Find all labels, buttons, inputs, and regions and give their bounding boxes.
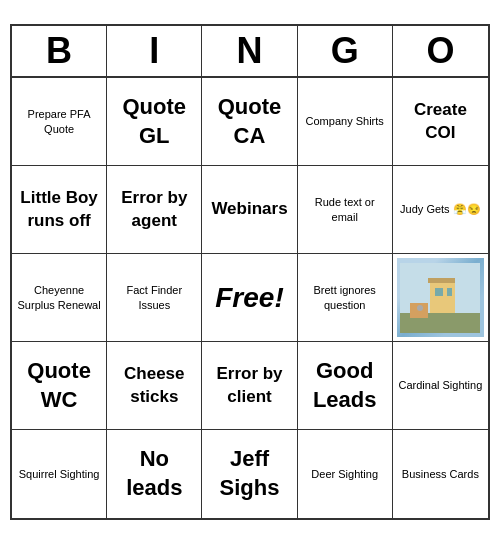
cell-text-16: Cheese sticks <box>111 363 197 407</box>
bingo-cell-13: Brett ignores question <box>298 254 393 342</box>
bingo-cell-0: Prepare PFA Quote <box>12 78 107 166</box>
bingo-cell-21: No leads <box>107 430 202 518</box>
bingo-cell-4: Create COI <box>393 78 488 166</box>
bingo-cell-19: Cardinal Sighting <box>393 342 488 430</box>
bingo-cell-6: Error by agent <box>107 166 202 254</box>
svg-point-7 <box>417 305 423 311</box>
cell-text-23: Deer Sighting <box>311 467 378 481</box>
header-letter-b: B <box>12 26 107 76</box>
bingo-cell-9: Judy Gets 😤😒 <box>393 166 488 254</box>
cell-text-6: Error by agent <box>111 187 197 231</box>
cell-text-0: Prepare PFA Quote <box>16 107 102 136</box>
bingo-cell-10: Cheyenne Surplus Renewal <box>12 254 107 342</box>
header-letter-n: N <box>202 26 297 76</box>
cell-text-18: Good Leads <box>302 357 388 414</box>
bingo-cell-11: Fact Finder Issues <box>107 254 202 342</box>
svg-rect-4 <box>447 288 452 296</box>
header-letter-g: G <box>298 26 393 76</box>
cell-text-9: Judy Gets 😤😒 <box>400 202 481 216</box>
bingo-cell-3: Company Shirts <box>298 78 393 166</box>
bingo-image <box>397 258 484 337</box>
bingo-cell-23: Deer Sighting <box>298 430 393 518</box>
cell-text-5: Little Boy runs off <box>16 187 102 231</box>
cell-text-11: Fact Finder Issues <box>111 283 197 312</box>
cell-text-10: Cheyenne Surplus Renewal <box>16 283 102 312</box>
cell-text-19: Cardinal Sighting <box>399 378 483 392</box>
header-letter-o: O <box>393 26 488 76</box>
bingo-cell-12: Free! <box>202 254 297 342</box>
bingo-cell-22: Jeff Sighs <box>202 430 297 518</box>
cell-text-17: Error by client <box>206 363 292 407</box>
bingo-cell-2: Quote CA <box>202 78 297 166</box>
cell-text-20: Squirrel Sighting <box>19 467 100 481</box>
free-space: Free! <box>215 282 283 314</box>
bingo-cell-20: Squirrel Sighting <box>12 430 107 518</box>
bingo-cell-24: Business Cards <box>393 430 488 518</box>
header-letter-i: I <box>107 26 202 76</box>
bingo-grid: Prepare PFA QuoteQuote GLQuote CACompany… <box>12 78 488 518</box>
bingo-cell-1: Quote GL <box>107 78 202 166</box>
cell-text-2: Quote CA <box>206 93 292 150</box>
bingo-cell-15: Quote WC <box>12 342 107 430</box>
bingo-cell-18: Good Leads <box>298 342 393 430</box>
bingo-cell-5: Little Boy runs off <box>12 166 107 254</box>
cell-text-4: Create COI <box>397 99 484 143</box>
cell-text-3: Company Shirts <box>306 114 384 128</box>
cell-text-13: Brett ignores question <box>302 283 388 312</box>
cell-text-15: Quote WC <box>16 357 102 414</box>
svg-marker-5 <box>428 278 455 283</box>
cell-text-8: Rude text or email <box>302 195 388 224</box>
bingo-cell-16: Cheese sticks <box>107 342 202 430</box>
svg-rect-2 <box>430 283 455 313</box>
svg-rect-3 <box>435 288 443 296</box>
bingo-card: BINGO Prepare PFA QuoteQuote GLQuote CAC… <box>10 24 490 520</box>
bingo-header: BINGO <box>12 26 488 78</box>
cell-text-7: Webinars <box>211 198 287 220</box>
bingo-cell-7: Webinars <box>202 166 297 254</box>
bingo-cell-14 <box>393 254 488 342</box>
cell-text-24: Business Cards <box>402 467 479 481</box>
bingo-cell-17: Error by client <box>202 342 297 430</box>
cell-text-1: Quote GL <box>111 93 197 150</box>
cell-text-22: Jeff Sighs <box>206 445 292 502</box>
bingo-cell-8: Rude text or email <box>298 166 393 254</box>
cell-text-21: No leads <box>111 445 197 502</box>
